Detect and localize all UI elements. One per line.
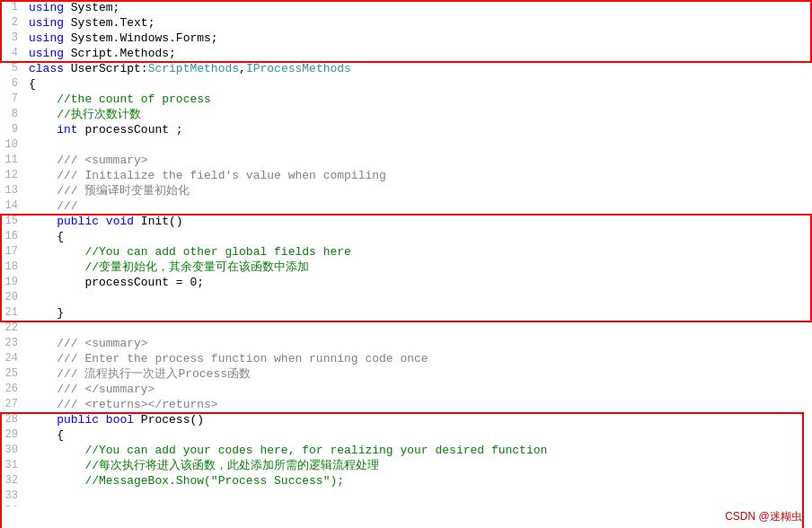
code-token: //You can add your codes here, for reali… bbox=[29, 444, 547, 457]
line-number: 27 bbox=[0, 397, 25, 412]
line-number: 9 bbox=[0, 122, 25, 137]
line-number: 3 bbox=[0, 31, 25, 46]
line-number: 29 bbox=[0, 427, 25, 443]
line-content: //变量初始化，其余变量可在该函数中添加 bbox=[25, 260, 812, 275]
code-token: //执行次数计数 bbox=[29, 108, 141, 121]
table-row: 6{ bbox=[0, 76, 812, 92]
table-row: 4using Script.Methods; bbox=[0, 46, 812, 61]
table-row: 2using System.Text; bbox=[0, 15, 812, 31]
line-content: class UserScript:ScriptMethods,IProcessM… bbox=[25, 61, 812, 76]
code-token: System.Windows.Forms; bbox=[64, 31, 218, 45]
code-token: IProcessMethods bbox=[246, 62, 351, 75]
line-number: 15 bbox=[0, 214, 25, 229]
code-token: /// 预编译时变量初始化 bbox=[29, 184, 190, 198]
table-row: 26 /// </summary> bbox=[0, 382, 812, 397]
line-number: 1 bbox=[0, 0, 25, 15]
line-content: /// Enter the process function when runn… bbox=[25, 351, 812, 366]
code-token: //每次执行将进入该函数，此处添加所需的逻辑流程处理 bbox=[29, 459, 379, 472]
code-token bbox=[29, 505, 84, 506]
code-token: /// <returns></returns> bbox=[29, 398, 218, 411]
code-token: Init() bbox=[134, 215, 183, 228]
table-row: 17 //You can add other global fields her… bbox=[0, 244, 812, 260]
table-row: 30 //You can add your codes here, for re… bbox=[0, 443, 812, 458]
code-token: Process() bbox=[134, 413, 204, 427]
line-number: 17 bbox=[0, 244, 25, 260]
code-token: } bbox=[29, 306, 64, 320]
line-content: //You can add other global fields here bbox=[25, 244, 812, 260]
table-row: 1using System; bbox=[0, 0, 812, 15]
table-row: 7 //the count of process bbox=[0, 92, 812, 107]
code-token: { bbox=[29, 428, 64, 442]
code-token: using bbox=[29, 1, 64, 14]
code-token: /// </summary> bbox=[29, 383, 154, 396]
table-row: 25 /// 流程执行一次进入Process函数 bbox=[0, 366, 812, 382]
line-content: /// Initialize the field's value when co… bbox=[25, 168, 812, 183]
code-container: 1using System;2using System.Text;3using … bbox=[0, 0, 812, 528]
line-number: 4 bbox=[0, 46, 25, 61]
code-token bbox=[29, 215, 57, 228]
line-content: { bbox=[25, 229, 812, 244]
code-token: using bbox=[29, 31, 64, 45]
code-token bbox=[99, 413, 106, 427]
table-row: 18 //变量初始化，其余变量可在该函数中添加 bbox=[0, 260, 812, 275]
code-token: using bbox=[29, 47, 64, 60]
table-row: 29 { bbox=[0, 427, 812, 443]
line-content: //执行次数计数 bbox=[25, 107, 812, 122]
table-row: 12 /// Initialize the field's value when… bbox=[0, 168, 812, 183]
line-number: 8 bbox=[0, 107, 25, 122]
code-token: //the count of process bbox=[29, 92, 211, 106]
line-content: /// <summary> bbox=[25, 336, 812, 351]
line-content: public bool Process() bbox=[25, 412, 812, 427]
line-number: 30 bbox=[0, 443, 25, 458]
code-area[interactable]: 1using System;2using System.Text;3using … bbox=[0, 0, 812, 506]
code-token: public bbox=[57, 413, 99, 427]
code-token: /// <summary> bbox=[29, 154, 148, 167]
code-token: processCount ; bbox=[78, 123, 183, 136]
code-token: void bbox=[106, 215, 134, 228]
code-token: /// bbox=[29, 199, 78, 213]
line-number: 19 bbox=[0, 275, 25, 290]
line-content: { bbox=[25, 427, 812, 443]
code-token: { bbox=[29, 77, 36, 91]
code-token: //变量初始化，其余变量可在该函数中添加 bbox=[29, 260, 309, 274]
line-content: using System.Windows.Forms; bbox=[25, 31, 812, 46]
table-row: 22 bbox=[0, 321, 812, 336]
line-content: using System.Text; bbox=[25, 15, 812, 31]
line-content: /// <returns></returns> bbox=[25, 397, 812, 412]
code-token: /// Enter the process function when runn… bbox=[29, 352, 428, 365]
code-token bbox=[99, 215, 106, 228]
code-token: bool bbox=[106, 413, 134, 427]
line-number: 18 bbox=[0, 260, 25, 275]
table-row: 3using System.Windows.Forms; bbox=[0, 31, 812, 46]
code-token: public bbox=[57, 215, 99, 228]
code-token: true; bbox=[127, 505, 169, 506]
code-token: UserScript: bbox=[64, 62, 148, 75]
line-content: /// <summary> bbox=[25, 153, 812, 168]
line-number: 34 bbox=[0, 504, 25, 506]
table-row: 8 //执行次数计数 bbox=[0, 107, 812, 122]
code-token: Script.Methods; bbox=[64, 47, 176, 60]
code-token: /// Initialize the field's value when co… bbox=[29, 169, 386, 182]
table-row: 31 //每次执行将进入该函数，此处添加所需的逻辑流程处理 bbox=[0, 458, 812, 473]
line-content: //每次执行将进入该函数，此处添加所需的逻辑流程处理 bbox=[25, 458, 812, 473]
line-content: return true; bbox=[25, 504, 812, 506]
line-content: /// </summary> bbox=[25, 382, 812, 397]
table-row: 28 public bool Process() bbox=[0, 412, 812, 427]
line-content: { bbox=[25, 76, 812, 92]
table-row: 9 int processCount ; bbox=[0, 122, 812, 137]
code-token: ScriptMethods bbox=[148, 62, 239, 75]
code-token: processCount = 0; bbox=[29, 276, 204, 289]
line-number: 28 bbox=[0, 412, 25, 427]
line-content: /// 流程执行一次进入Process函数 bbox=[25, 366, 812, 382]
code-token: //You can add other global fields here bbox=[29, 245, 351, 259]
table-row: 23 /// <summary> bbox=[0, 336, 812, 351]
line-number: 32 bbox=[0, 473, 25, 488]
code-token: /// 流程执行一次进入Process函数 bbox=[29, 367, 251, 381]
line-number: 10 bbox=[0, 137, 25, 153]
code-token: //MessageBox.Show("Process Success"); bbox=[29, 474, 344, 488]
table-row: 11 /// <summary> bbox=[0, 153, 812, 168]
line-number: 2 bbox=[0, 15, 25, 31]
line-number: 14 bbox=[0, 198, 25, 214]
table-row: 27 /// <returns></returns> bbox=[0, 397, 812, 412]
code-token bbox=[29, 413, 57, 427]
